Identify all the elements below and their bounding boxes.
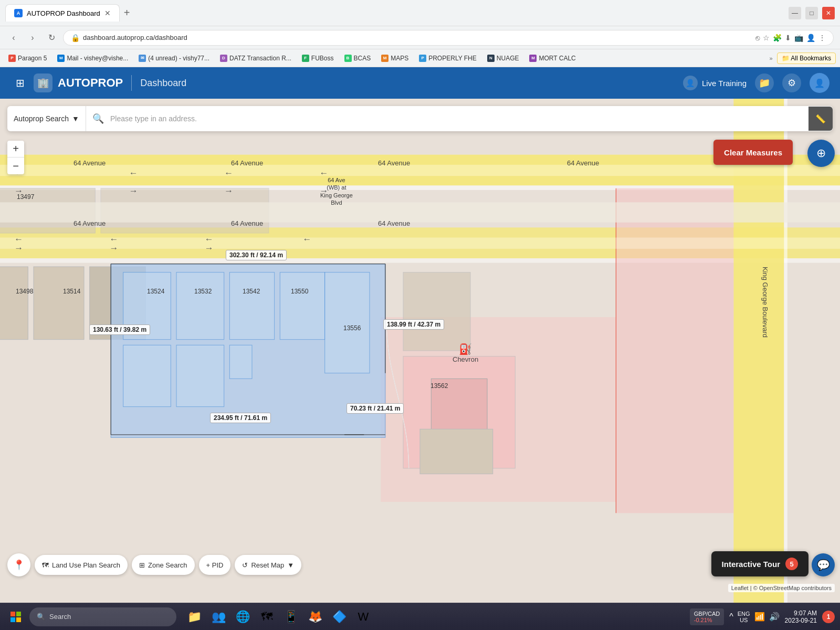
reset-map-button[interactable]: ↺ Reset Map ▼ — [235, 555, 301, 575]
zone-search-button[interactable]: ⊞ Zone Search — [132, 555, 194, 575]
bookmarks-more[interactable]: » — [770, 55, 773, 61]
bookmark-unread[interactable]: ✉ (4 unread) - vishy77... — [134, 53, 214, 64]
share-icon: ⎋ — [755, 34, 760, 42]
stock-symbol: GBP/CAD — [694, 611, 720, 617]
clear-measures-button[interactable]: Clear Measures — [713, 140, 793, 165]
tab-close-button[interactable]: ✕ — [104, 9, 111, 17]
mort-calc-favicon: M — [529, 55, 537, 62]
measure-label-bottom-right: 70.23 ft / 21.41 m — [346, 403, 404, 414]
pid-button[interactable]: + PID — [199, 555, 231, 575]
bookmark-paragon5[interactable]: P Paragon 5 — [4, 53, 51, 64]
maps-taskbar[interactable]: 🗺 — [256, 606, 277, 627]
bookmark-properly[interactable]: P PROPERLY FHE — [415, 53, 481, 64]
tab-title: AUTOPROP Dashboard — [27, 9, 100, 17]
all-bookmarks-button[interactable]: 📁 All Bookmarks — [777, 52, 836, 64]
street-label-64ave-5: 64 Avenue — [74, 219, 106, 227]
forward-button[interactable]: › — [25, 30, 40, 45]
refresh-button[interactable]: ↻ — [44, 30, 59, 45]
live-training-button[interactable]: 👤 Live Training — [683, 76, 747, 90]
bookmark-bcas[interactable]: B BCAS — [340, 53, 375, 64]
notification-badge[interactable]: 1 — [822, 611, 835, 623]
mail-favicon: M — [57, 55, 65, 62]
bookmark-maps[interactable]: M MAPS — [377, 53, 413, 64]
profile-icon[interactable]: 👤 — [806, 34, 815, 42]
leaflet-credit: Leaflet — [731, 585, 749, 591]
svg-rect-13 — [34, 267, 84, 340]
land-use-plan-search-button[interactable]: 🗺 Land Use Plan Search — [35, 555, 128, 575]
layers-button[interactable]: ⊕ — [807, 140, 835, 167]
chrome-taskbar[interactable]: 🌐 — [232, 606, 253, 627]
system-tray-up-arrow[interactable]: ^ — [729, 612, 733, 622]
minimize-button[interactable]: — — [789, 7, 801, 19]
measure-tool-button[interactable]: 📏 — [808, 107, 833, 131]
properly-favicon: P — [419, 55, 426, 62]
parcel-13524: 13524 — [147, 288, 164, 295]
active-tab[interactable]: A AUTOPROP Dashboard ✕ — [5, 4, 120, 22]
live-training-label: Live Training — [702, 79, 747, 88]
unread-favicon: ✉ — [139, 55, 146, 62]
bookmark-fuboss[interactable]: F FUBoss — [298, 53, 338, 64]
bookmark-label: DATZ Transaction R... — [229, 55, 291, 62]
taskbar-search-text: Search — [49, 613, 71, 621]
language-indicator: ENGUS — [738, 611, 750, 623]
training-icon: 👤 — [683, 76, 698, 90]
zoom-controls: + − — [7, 141, 24, 174]
extension-icon: 🧩 — [773, 34, 782, 42]
layers-icon: ⊕ — [816, 146, 826, 160]
bookmark-datz[interactable]: D DATZ Transaction R... — [216, 53, 296, 64]
whatsapp-taskbar[interactable]: 📱 — [280, 606, 301, 627]
bookmark-mail[interactable]: M Mail - vishey@vishe... — [53, 53, 132, 64]
file-explorer-taskbar[interactable]: 📁 — [184, 606, 205, 627]
firefox-taskbar[interactable]: 🦊 — [304, 606, 326, 627]
bookmark-nuage[interactable]: N NUAGE — [483, 53, 523, 64]
settings-button[interactable]: ⚙ — [782, 74, 801, 92]
interactive-tour-button[interactable]: Interactive Tour 5 — [711, 551, 808, 576]
volume-icon[interactable]: 🔊 — [769, 612, 780, 622]
browser-titlebar: A AUTOPROP Dashboard ✕ + — □ ✕ — [0, 0, 840, 26]
measure-label-top: 302.30 ft / 92.14 m — [226, 250, 287, 260]
zone-search-label: Zone Search — [148, 561, 187, 569]
avatar-button[interactable]: 👤 — [810, 73, 830, 93]
clock[interactable]: 9:07 AM 2023-09-21 — [785, 610, 817, 624]
address-bar[interactable]: 🔒 dashboard.autoprop.ca/dashboard ⎋ ☆ 🧩 … — [63, 30, 834, 46]
header-right: 👤 Live Training 📁 ⚙ 👤 — [683, 73, 830, 93]
bookmark-mort-calc[interactable]: M MORT CALC — [525, 53, 580, 64]
bookmark-icon[interactable]: ☆ — [763, 34, 770, 42]
stock-change: -0.21% — [694, 617, 720, 623]
taskbar-search-bar[interactable]: 🔍 Search — [29, 607, 176, 626]
menu-icon[interactable]: ⋮ — [818, 34, 826, 42]
search-type-dropdown[interactable]: Autoprop Search ▼ — [7, 106, 86, 131]
back-button[interactable]: ‹ — [6, 30, 21, 45]
new-tab-button[interactable]: + — [120, 6, 134, 20]
wifi-icon[interactable]: 📶 — [754, 612, 765, 622]
parcel-13542: 13542 — [243, 288, 260, 295]
teams-taskbar[interactable]: 👥 — [208, 606, 229, 627]
location-button[interactable]: 📍 — [7, 553, 30, 576]
svg-rect-54 — [10, 617, 15, 622]
street-label-64ave-wb: 64 Ave(WB) atKing GeorgeBlvd — [320, 176, 353, 206]
time-display: 9:07 AM — [785, 610, 817, 617]
street-label-64ave-1: 64 Avenue — [74, 159, 106, 167]
chat-button[interactable]: 💬 — [812, 553, 835, 576]
zoom-out-button[interactable]: − — [7, 158, 24, 174]
search-icon: 🔍 — [86, 113, 110, 124]
tab-favicon: A — [14, 9, 23, 17]
map-search-bar: Autoprop Search ▼ 🔍 Please type in an ad… — [7, 106, 833, 131]
svg-text:→: → — [129, 186, 138, 196]
map-container[interactable]: ← ← ← ← → → → → ← ← ← ← → → → — [0, 99, 840, 603]
maximize-button[interactable]: □ — [805, 7, 818, 19]
grid-menu-button[interactable]: ⊞ — [10, 74, 29, 92]
word-taskbar[interactable]: W — [353, 606, 374, 627]
bookmark-label: FUBoss — [311, 55, 334, 62]
datz-favicon: D — [220, 55, 227, 62]
bookmarks-bar: P Paragon 5 M Mail - vishey@vishe... ✉ (… — [0, 49, 840, 67]
svg-rect-24 — [403, 272, 470, 351]
close-button[interactable]: ✕ — [822, 7, 835, 19]
edge-taskbar[interactable]: 🔷 — [329, 606, 350, 627]
measure-label-left: 130.63 ft / 39.82 m — [89, 324, 150, 335]
address-search-input[interactable]: Please type in an address. — [110, 114, 808, 123]
start-button[interactable] — [5, 606, 26, 627]
zoom-in-button[interactable]: + — [7, 141, 24, 158]
app-content: ⊞ 🏢 AUTOPROP Dashboard 👤 Live Training 📁… — [0, 67, 840, 603]
folder-button[interactable]: 📁 — [755, 74, 774, 92]
